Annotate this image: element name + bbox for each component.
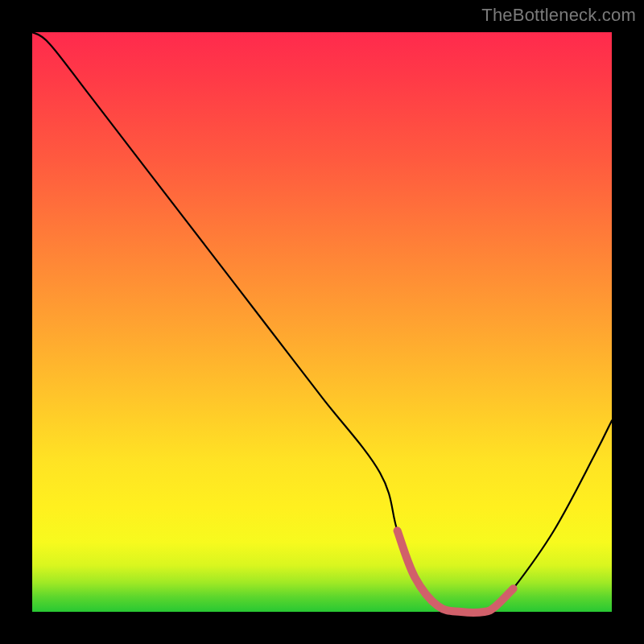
chart-frame: TheBottleneck.com (0, 0, 644, 644)
optimal-range-marker (398, 530, 514, 613)
watermark-text: TheBottleneck.com (481, 5, 636, 26)
chart-svg (32, 32, 612, 612)
plot-area (32, 32, 612, 612)
bottleneck-curve (32, 32, 612, 613)
